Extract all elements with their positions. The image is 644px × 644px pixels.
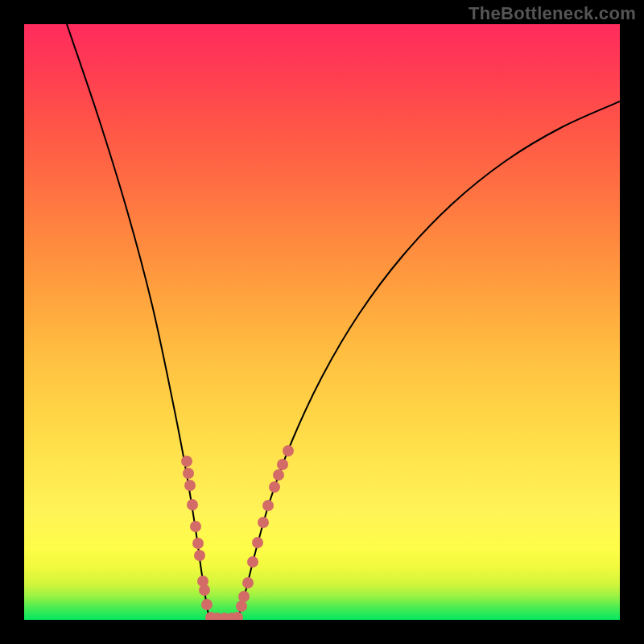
data-point — [201, 599, 213, 610]
data-point — [283, 445, 294, 456]
plot-area — [24, 24, 620, 620]
curve-svg — [24, 24, 620, 620]
data-point — [187, 499, 198, 510]
curve-left-branch — [67, 24, 211, 618]
curve-right-branch — [237, 101, 620, 618]
data-point — [252, 537, 263, 548]
data-point — [269, 481, 280, 493]
dots-group — [181, 445, 294, 620]
data-point — [199, 584, 210, 596]
data-point — [238, 591, 250, 602]
data-point — [273, 469, 284, 481]
data-point — [258, 517, 269, 528]
data-point — [242, 577, 254, 588]
chart-frame: TheBottleneck.com — [0, 0, 644, 644]
data-point — [236, 601, 247, 612]
data-point — [190, 521, 201, 532]
data-point — [247, 556, 258, 568]
data-point — [181, 456, 192, 467]
data-point — [262, 500, 274, 511]
watermark-text: TheBottleneck.com — [469, 3, 636, 24]
data-point — [277, 459, 288, 470]
data-point — [184, 480, 196, 491]
data-point — [183, 468, 194, 479]
data-point — [194, 550, 205, 561]
data-point — [192, 538, 204, 549]
